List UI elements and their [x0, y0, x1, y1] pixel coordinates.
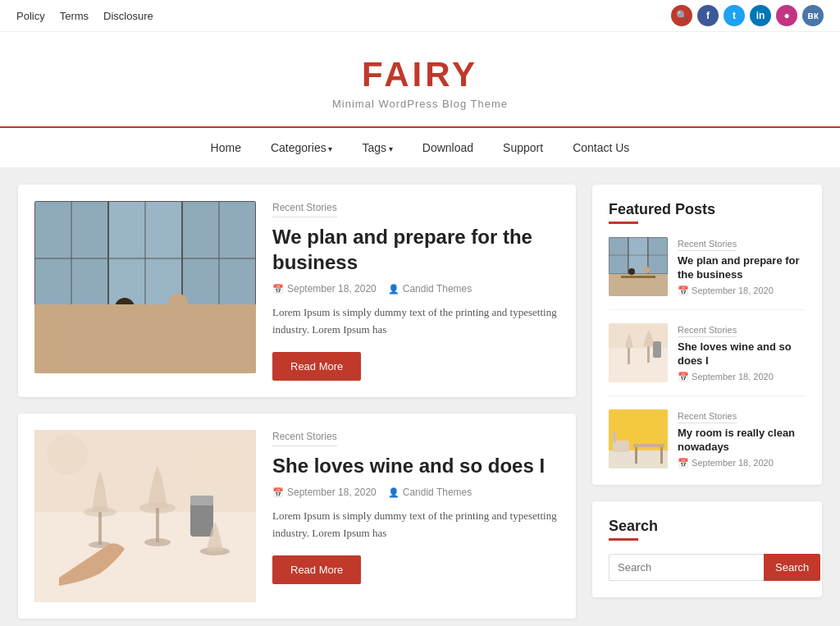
svg-point-27: [144, 538, 171, 546]
nav-home[interactable]: Home: [196, 128, 256, 167]
read-more-btn-2[interactable]: Read More: [272, 555, 361, 584]
main-nav: Home Categories Tags Download Support Co…: [0, 126, 840, 168]
article-card-2: Recent Stories She loves wine and so doe…: [18, 414, 576, 619]
page-wrapper: Recent Stories We plan and prepare for t…: [10, 185, 830, 626]
featured-title-underline: [609, 222, 638, 224]
svg-rect-8: [34, 316, 256, 373]
article-image-1: [34, 201, 256, 373]
svg-rect-10: [100, 329, 105, 373]
article-category-2: Recent Stories: [272, 431, 337, 446]
feat-category-1: Recent Stories: [678, 239, 737, 251]
svg-rect-46: [653, 341, 661, 358]
svg-rect-13: [114, 318, 135, 342]
calendar-icon-fp3: 📅: [678, 458, 692, 468]
policy-link[interactable]: Policy: [16, 10, 45, 22]
article-date-2: 📅 September 18, 2020: [272, 487, 377, 498]
vk-icon[interactable]: вк: [802, 5, 824, 26]
facebook-icon[interactable]: f: [697, 5, 719, 26]
svg-rect-29: [190, 496, 213, 505]
svg-rect-36: [648, 237, 668, 274]
article-excerpt-1: Lorem Ipsum is simply dummy text of the …: [272, 304, 559, 339]
article-card-1: Recent Stories We plan and prepare for t…: [18, 185, 576, 397]
feat-title-1[interactable]: We plan and prepare for the business: [678, 254, 806, 282]
svg-rect-39: [621, 276, 655, 278]
featured-posts-card: Featured Posts: [592, 185, 822, 485]
svg-rect-23: [98, 512, 102, 545]
search-icon[interactable]: 🔍: [671, 5, 692, 26]
top-bar-links: Policy Terms Disclosure: [16, 10, 153, 22]
site-header: FAIRY Minimal WordPress Blog Theme: [0, 32, 840, 126]
svg-rect-9: [84, 322, 207, 329]
featured-post-body-2: Recent Stories She loves wine and so doe…: [678, 323, 806, 382]
feat-title-3[interactable]: My room is really clean nowadays: [678, 427, 806, 455]
svg-point-12: [115, 298, 135, 318]
search-button[interactable]: Search: [764, 554, 820, 581]
main-content: Recent Stories We plan and prepare for t…: [18, 185, 576, 626]
article-excerpt-2: Lorem Ipsum is simply dummy text of the …: [272, 508, 559, 542]
feat-date-2: 📅 September 18, 2020: [678, 372, 806, 382]
calendar-icon-1: 📅: [272, 284, 284, 295]
nav-support[interactable]: Support: [488, 128, 558, 167]
calendar-icon-fp2: 📅: [678, 372, 692, 382]
svg-rect-15: [168, 313, 188, 338]
nav-tags[interactable]: Tags: [347, 128, 407, 167]
disclosure-link[interactable]: Disclosure: [103, 10, 153, 22]
svg-rect-50: [633, 444, 664, 447]
article-meta-1: 📅 September 18, 2020 👤 Candid Themes: [272, 283, 559, 295]
svg-point-32: [47, 434, 88, 475]
feat-category-3: Recent Stories: [678, 411, 737, 423]
nav-download[interactable]: Download: [408, 128, 488, 167]
author-icon-1: 👤: [388, 284, 399, 295]
svg-rect-45: [647, 346, 650, 363]
twitter-icon[interactable]: t: [724, 5, 745, 26]
sidebar: Featured Posts: [592, 185, 822, 626]
search-row: Search: [609, 554, 806, 581]
search-title-underline: [609, 538, 638, 541]
author-icon-2: 👤: [388, 487, 399, 498]
article-author-1: 👤 Candid Themes: [388, 283, 472, 295]
read-more-btn-1[interactable]: Read More: [272, 352, 361, 381]
svg-rect-51: [635, 447, 637, 464]
article-category-1: Recent Stories: [272, 202, 337, 217]
featured-thumb-2: [609, 323, 668, 382]
top-bar: Policy Terms Disclosure 🔍 f t in ● вк: [0, 0, 840, 32]
featured-post-1: Recent Stories We plan and prepare for t…: [609, 237, 806, 310]
nav-contact[interactable]: Contact Us: [558, 128, 644, 167]
site-title: FAIRY: [16, 55, 824, 94]
svg-rect-49: [609, 450, 668, 468]
svg-rect-34: [609, 237, 628, 274]
svg-point-40: [628, 268, 635, 275]
featured-thumb-3: [609, 409, 668, 468]
svg-rect-19: [171, 337, 174, 354]
nav-categories[interactable]: Categories: [256, 128, 347, 167]
svg-rect-26: [156, 508, 159, 542]
svg-point-14: [168, 294, 188, 313]
social-icons: 🔍 f t in ● вк: [671, 5, 824, 26]
featured-thumb-1: [609, 237, 668, 296]
featured-post-3: Recent Stories My room is really clean n…: [609, 409, 806, 468]
svg-rect-18: [166, 334, 182, 337]
svg-rect-16: [112, 340, 129, 344]
feat-category-2: Recent Stories: [678, 325, 737, 337]
calendar-icon-2: 📅: [272, 487, 284, 498]
search-card: Search Search: [592, 501, 822, 597]
instagram-icon[interactable]: ●: [776, 5, 797, 26]
article-title-2: She loves wine and so does I: [272, 453, 559, 478]
linkedin-icon[interactable]: in: [750, 5, 771, 26]
featured-post-body-3: Recent Stories My room is really clean n…: [678, 409, 806, 468]
featured-post-2: Recent Stories She loves wine and so doe…: [609, 323, 806, 396]
feat-date-1: 📅 September 18, 2020: [678, 286, 806, 296]
svg-point-41: [643, 267, 650, 273]
feat-title-2[interactable]: She loves wine and so does I: [678, 340, 806, 368]
article-image-2: [34, 430, 256, 602]
svg-rect-17: [117, 344, 121, 360]
svg-rect-53: [613, 441, 629, 452]
featured-post-body-1: Recent Stories We plan and prepare for t…: [678, 237, 806, 296]
feat-date-3: 📅 September 18, 2020: [678, 458, 806, 468]
search-input[interactable]: [609, 554, 764, 581]
article-title-1: We plan and prepare for the business: [272, 224, 559, 275]
svg-rect-21: [34, 512, 256, 602]
terms-link[interactable]: Terms: [60, 10, 89, 22]
site-tagline: Minimal WordPress Blog Theme: [16, 98, 824, 110]
svg-rect-44: [628, 348, 630, 364]
